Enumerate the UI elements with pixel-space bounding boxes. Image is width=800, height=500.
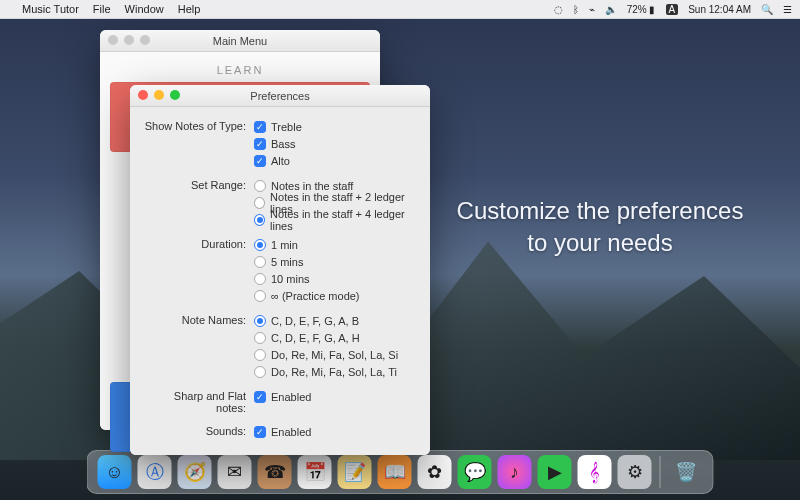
bluetooth-icon[interactable]: ᛒ [573, 4, 579, 15]
dock-finder-icon[interactable]: ☺ [98, 455, 132, 489]
clock[interactable]: Sun 12:04 AM [688, 4, 751, 15]
menu-bar: Music Tutor File Window Help ◌ ᛒ ⌁ 🔈 72%… [0, 0, 800, 19]
sharp-flat-value: Enabled [271, 391, 311, 403]
dock-system-preferences-icon[interactable]: ⚙︎ [618, 455, 652, 489]
duration-option-0: 1 min [271, 239, 298, 251]
range-radio-1[interactable] [254, 197, 265, 209]
dock-appstore-icon[interactable]: Ⓐ [138, 455, 172, 489]
close-icon[interactable] [108, 35, 118, 45]
minimize-icon[interactable] [154, 90, 164, 100]
volume-icon[interactable]: 🔈 [605, 4, 617, 15]
zoom-icon[interactable] [170, 90, 180, 100]
menu-help[interactable]: Help [178, 3, 201, 15]
spotlight-icon[interactable]: 🔍 [761, 4, 773, 15]
wifi-icon[interactable]: ⌁ [589, 4, 595, 15]
treble-label: Treble [271, 121, 302, 133]
names-radio-0[interactable] [254, 315, 266, 327]
dock-safari-icon[interactable]: 🧭 [178, 455, 212, 489]
sounds-label: Sounds: [144, 424, 254, 437]
dock-photos-icon[interactable]: ✿ [418, 455, 452, 489]
duration-radio-0[interactable] [254, 239, 266, 251]
alto-checkbox[interactable]: ✓ [254, 155, 266, 167]
sharp-flat-checkbox[interactable]: ✓ [254, 391, 266, 403]
duration-label: Duration: [144, 237, 254, 250]
input-source-icon[interactable]: A [666, 4, 679, 15]
dock-trash-icon[interactable]: 🗑️ [669, 455, 703, 489]
dock-separator [660, 456, 661, 488]
note-names-label: Note Names: [144, 313, 254, 326]
hero-text: Customize the preferences to your needs [440, 195, 760, 260]
names-option-3: Do, Re, Mi, Fa, Sol, La, Ti [271, 366, 397, 378]
zoom-icon[interactable] [140, 35, 150, 45]
duration-option-1: 5 mins [271, 256, 303, 268]
sounds-value: Enabled [271, 426, 311, 438]
dock-mail-icon[interactable]: ✉︎ [218, 455, 252, 489]
battery-status[interactable]: 72% ▮ [627, 4, 656, 15]
range-radio-0[interactable] [254, 180, 266, 192]
bass-label: Bass [271, 138, 295, 150]
set-range-label: Set Range: [144, 178, 254, 191]
main-menu-title: Main Menu [213, 35, 267, 47]
names-option-2: Do, Re, Mi, Fa, Sol, La, Si [271, 349, 398, 361]
names-option-1: C, D, E, F, G, A, H [271, 332, 360, 344]
preferences-titlebar[interactable]: Preferences [130, 85, 430, 107]
menu-window[interactable]: Window [125, 3, 164, 15]
range-radio-2[interactable] [254, 214, 265, 226]
main-menu-titlebar[interactable]: Main Menu [100, 30, 380, 52]
names-radio-3[interactable] [254, 366, 266, 378]
dock-facetime-icon[interactable]: ▶ [538, 455, 572, 489]
dock-itunes-icon[interactable]: ♪ [498, 455, 532, 489]
dock-music-tutor-icon[interactable]: 𝄞 [578, 455, 612, 489]
treble-checkbox[interactable]: ✓ [254, 121, 266, 133]
hero-line-2: to your needs [440, 227, 760, 259]
cloud-icon[interactable]: ◌ [554, 4, 563, 15]
minimize-icon[interactable] [124, 35, 134, 45]
sharp-flat-label: Sharp and Flat notes: [144, 389, 254, 414]
notification-center-icon[interactable]: ☰ [783, 4, 792, 15]
bass-checkbox[interactable]: ✓ [254, 138, 266, 150]
range-option-2: Notes in the staff + 4 ledger lines [270, 208, 416, 232]
dock-ibooks-icon[interactable]: 📖 [378, 455, 412, 489]
dock-messages-icon[interactable]: 💬 [458, 455, 492, 489]
duration-radio-2[interactable] [254, 273, 266, 285]
names-option-0: C, D, E, F, G, A, B [271, 315, 359, 327]
names-radio-2[interactable] [254, 349, 266, 361]
sounds-checkbox[interactable]: ✓ [254, 426, 266, 438]
dock-contacts-icon[interactable]: ☎︎ [258, 455, 292, 489]
dock: ☺ Ⓐ 🧭 ✉︎ ☎︎ 📅 📝 📖 ✿ 💬 ♪ ▶ 𝄞 ⚙︎ 🗑️ [87, 450, 714, 494]
duration-radio-1[interactable] [254, 256, 266, 268]
dock-calendar-icon[interactable]: 📅 [298, 455, 332, 489]
preferences-window: Preferences Show Notes of Type: ✓Treble … [130, 85, 430, 455]
duration-option-2: 10 mins [271, 273, 310, 285]
duration-radio-3[interactable] [254, 290, 266, 302]
learn-section-label: LEARN [110, 64, 370, 76]
menu-file[interactable]: File [93, 3, 111, 15]
app-menu[interactable]: Music Tutor [22, 3, 79, 15]
alto-label: Alto [271, 155, 290, 167]
hero-line-1: Customize the preferences [440, 195, 760, 227]
names-radio-1[interactable] [254, 332, 266, 344]
preferences-title: Preferences [250, 90, 309, 102]
close-icon[interactable] [138, 90, 148, 100]
duration-option-3: ∞ (Practice mode) [271, 290, 360, 302]
dock-notes-icon[interactable]: 📝 [338, 455, 372, 489]
show-notes-label: Show Notes of Type: [144, 119, 254, 132]
